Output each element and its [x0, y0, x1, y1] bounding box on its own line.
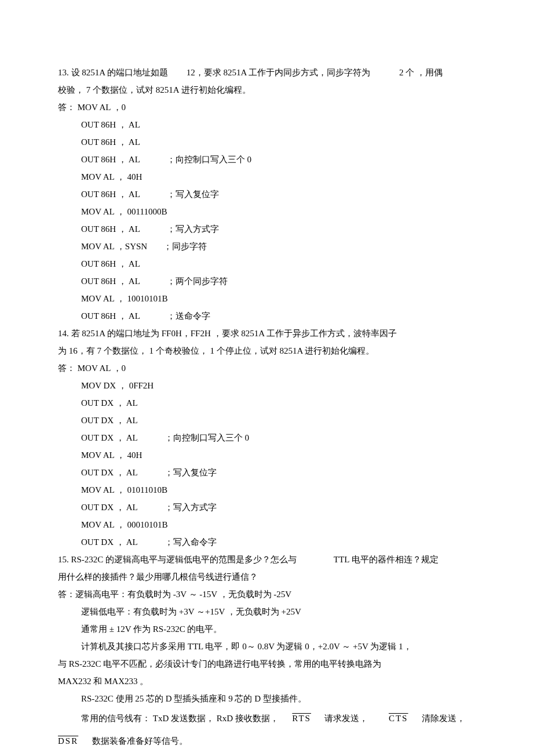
answer-line: 通常用 ± 12V 作为 RS-232C 的电平。 — [58, 620, 475, 638]
code-line: MOV AL ， 00010101B — [58, 516, 475, 533]
overline-dsr: DSR — [58, 736, 78, 746]
question-14: 14. 若 8251A 的端口地址为 FF0H，FF2H ，要求 8251A 工… — [58, 325, 475, 551]
text: 12，要求 8251A 工作于内同步方式，同步字符为 — [187, 68, 371, 77]
text: MAX232 和 MAX233 。 — [58, 677, 148, 686]
text: OUT 86H ， AL — [81, 190, 140, 199]
text: 答： MOV AL ，0 — [58, 103, 126, 112]
text: 用什么样的接插件？最少用哪几根信号线进行通信？ — [58, 572, 258, 581]
comment: ；写入方式字 — [167, 224, 219, 234]
answer-line-signals: 常用的信号线有： TxD 发送数据， RxD 接收数据， RTS 请求发送， C… — [58, 707, 475, 730]
text: OUT DX ， AL — [81, 433, 138, 442]
code-line: MOV AL ， 40H — [58, 168, 475, 186]
question-15: 15. RS-232C 的逻辑高电平与逻辑低电平的范围是多少？怎么与 TTL 电… — [58, 551, 475, 753]
text: MOV AL ， 00010101B — [81, 520, 168, 529]
q13-prompt-line1: 13. 设 8251A 的端口地址如题 12，要求 8251A 工作于内同步方式… — [58, 64, 475, 81]
text: 15. RS-232C 的逻辑高电平与逻辑低电平的范围是多少？怎么与 — [58, 555, 297, 564]
text: OUT DX ， AL — [81, 398, 138, 408]
text: TTL 电平的器件相连？规定 — [334, 555, 439, 564]
code-line: MOV AL ， 00111000B — [58, 203, 475, 220]
text: MOV AL ， 40H — [81, 450, 142, 460]
code-line: OUT 86H ， AL；两个同步字符 — [58, 272, 475, 290]
q15-prompt-line2: 用什么样的接插件？最少用哪几根信号线进行通信？ — [58, 568, 475, 586]
text: OUT 86H ， AL — [81, 155, 140, 164]
code-line: MOV AL ， 10010101B — [58, 290, 475, 307]
answer-line: 与 RS-232C 电平不匹配，必须设计专门的电路进行电平转换，常用的电平转换电… — [58, 655, 475, 673]
comment: ；写入复位字 — [165, 468, 217, 477]
comment: ；向控制口写入三个 0 — [165, 433, 249, 442]
text: 清除发送， — [422, 714, 465, 723]
answer-line: 计算机及其接口芯片多采用 TTL 电平，即 0～ 0.8V 为逻辑 0，+2.0… — [58, 638, 475, 655]
overline-cts: CTS — [389, 714, 408, 723]
overline-rts: RTS — [292, 714, 311, 723]
text: OUT DX ， AL — [81, 503, 138, 512]
text: 2 个 ，用偶 — [399, 68, 443, 77]
code-line: OUT DX ， AL；写入命令字 — [58, 533, 475, 551]
code-line: OUT DX ， AL — [58, 394, 475, 412]
text: 与 RS-232C 电平不匹配，必须设计专门的电路进行电平转换，常用的电平转换电… — [58, 659, 381, 668]
text: OUT 86H ， AL — [81, 120, 140, 129]
answer-line: 答：逻辑高电平：有负载时为 -3V ～ -15V ，无负载时为 -25V — [58, 586, 475, 603]
code-line: OUT 86H ， AL — [58, 133, 475, 151]
text: OUT 86H ， AL — [81, 137, 140, 147]
text: MOV AL ， 10010101B — [81, 294, 168, 303]
q16-line1: 16. 某微机系统用串行方式接收外设送来的数据，再把数据送到 CRT 去显示，若… — [58, 753, 475, 756]
text: OUT 86H ， AL — [81, 277, 140, 286]
text: OUT 86H ， AL — [81, 224, 140, 234]
code-line: MOV AL ， 40H — [58, 446, 475, 464]
comment: ；送命令字 — [167, 311, 210, 321]
question-16: 16. 某微机系统用串行方式接收外设送来的数据，再把数据送到 CRT 去显示，若… — [58, 753, 475, 756]
code-line: OUT DX ， AL — [58, 412, 475, 429]
text: MOV AL ， 01011010B — [81, 485, 167, 495]
comment: ；向控制口写入三个 0 — [167, 155, 251, 164]
q13-prompt-line2: 校验， 7 个数据位，试对 8251A 进行初始化编程。 — [58, 81, 475, 99]
text: OUT DX ， AL — [81, 468, 138, 477]
text: MOV AL ，SYSN — [81, 242, 147, 251]
answer-line-signals-2: DSR 数据装备准备好等信号。 — [58, 730, 475, 753]
text: RS-232C 使用 25 芯的 D 型插头插座和 9 芯的 D 型接插件。 — [81, 694, 306, 703]
code-line: OUT 86H ， AL；写入复位字 — [58, 186, 475, 203]
text: 答： MOV AL ，0 — [58, 364, 126, 373]
comment: ；两个同步字符 — [167, 277, 228, 286]
text: 常用的信号线有： TxD 发送数据， RxD 接收数据， — [81, 714, 279, 723]
code-line: OUT 86H ， AL；写入方式字 — [58, 220, 475, 238]
text: OUT 86H ， AL — [81, 311, 140, 321]
text: OUT DX ， AL — [81, 416, 138, 425]
text: 14. 若 8251A 的端口地址为 FF0H，FF2H ，要求 8251A 工… — [58, 329, 397, 338]
code-line: OUT DX ， AL；向控制口写入三个 0 — [58, 429, 475, 446]
code-line: OUT 86H ， AL — [58, 255, 475, 272]
text: 计算机及其接口芯片多采用 TTL 电平，即 0～ 0.8V 为逻辑 0，+2.0… — [81, 642, 412, 651]
comment: ；写入复位字 — [167, 190, 219, 199]
text: MOV DX ， 0FF2H — [81, 381, 154, 390]
code-line: OUT 86H ， AL；向控制口写入三个 0 — [58, 151, 475, 168]
code-line: MOV AL ， 01011010B — [58, 481, 475, 499]
code-line: OUT DX ， AL；写入方式字 — [58, 499, 475, 516]
text: 13. 设 8251A 的端口地址如题 — [58, 68, 168, 77]
comment: ；同步字符 — [163, 242, 207, 251]
text: 校验， 7 个数据位，试对 8251A 进行初始化编程。 — [58, 85, 251, 94]
text: MOV AL ， 00111000B — [81, 207, 167, 216]
text: OUT 86H ， AL — [81, 259, 140, 268]
q14-prompt-line1: 14. 若 8251A 的端口地址为 FF0H，FF2H ，要求 8251A 工… — [58, 325, 475, 342]
answer-line: MAX232 和 MAX233 。 — [58, 673, 475, 690]
text: 逻辑低电平：有负载时为 +3V ～+15V ，无负载时为 +25V — [81, 607, 301, 616]
q15-prompt-line1: 15. RS-232C 的逻辑高电平与逻辑低电平的范围是多少？怎么与 TTL 电… — [58, 551, 475, 568]
answer-line: RS-232C 使用 25 芯的 D 型插头插座和 9 芯的 D 型接插件。 — [58, 690, 475, 707]
code-line: MOV AL ，SYSN；同步字符 — [58, 238, 475, 255]
comment: ；写入方式字 — [165, 503, 217, 512]
answer-line: 逻辑低电平：有负载时为 +3V ～+15V ，无负载时为 +25V — [58, 603, 475, 620]
code-line: OUT 86H ， AL；送命令字 — [58, 307, 475, 325]
document-page: 13. 设 8251A 的端口地址如题 12，要求 8251A 工作于内同步方式… — [0, 0, 533, 756]
text: 为 16，有 7 个数据位， 1 个奇校验位， 1 个停止位，试对 8251A … — [58, 346, 374, 355]
text: 数据装备准备好等信号。 — [92, 736, 188, 746]
q14-prompt-line2: 为 16，有 7 个数据位， 1 个奇校验位， 1 个停止位，试对 8251A … — [58, 342, 475, 359]
code-line: OUT DX ， AL；写入复位字 — [58, 464, 475, 481]
text: 答：逻辑高电平：有负载时为 -3V ～ -15V ，无负载时为 -25V — [58, 590, 291, 599]
question-13: 13. 设 8251A 的端口地址如题 12，要求 8251A 工作于内同步方式… — [58, 64, 475, 325]
q14-answer-label: 答： MOV AL ，0 — [58, 359, 475, 377]
code-line: MOV DX ， 0FF2H — [58, 377, 475, 394]
text: 请求发送， — [324, 714, 368, 723]
code-line: OUT 86H ， AL — [58, 116, 475, 133]
text: 通常用 ± 12V 作为 RS-232C 的电平。 — [81, 624, 222, 634]
text: MOV AL ， 40H — [81, 172, 142, 181]
text: OUT DX ， AL — [81, 537, 138, 547]
